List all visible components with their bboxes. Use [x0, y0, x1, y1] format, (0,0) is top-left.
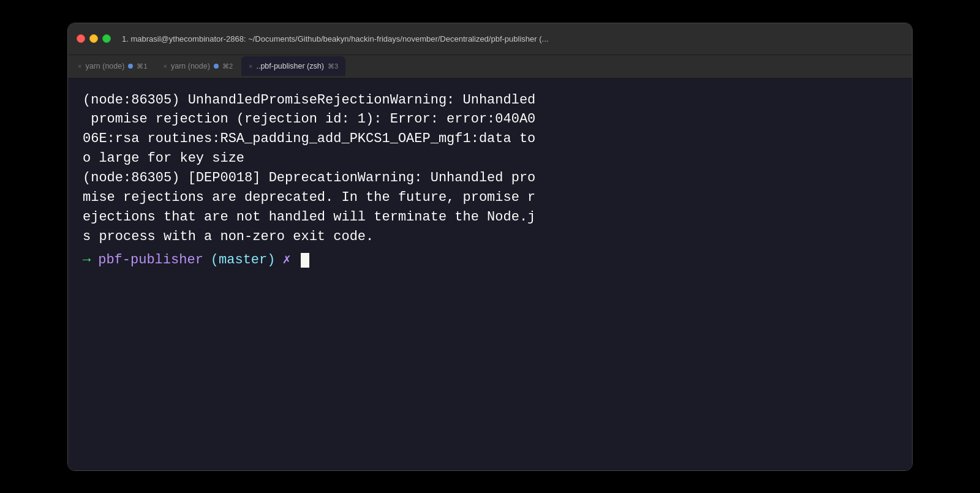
terminal-line-2: 06E:rsa routines:RSA_padding_add_PKCS1_O…	[83, 129, 897, 149]
tab-dot-1	[128, 64, 133, 69]
tab-bar: × yarn (node) ⌘1 × yarn (node) ⌘2 × ..pb…	[68, 55, 912, 78]
terminal-line-0: (node:86305) UnhandledPromiseRejectionWa…	[83, 91, 897, 110]
prompt-arrow: →	[83, 250, 91, 270]
terminal-window: 1. mabrasil@ythecombinator-2868: ~/Docum…	[67, 23, 913, 471]
tab-label-1: yarn (node)	[85, 62, 124, 70]
minimize-button[interactable]	[89, 34, 98, 43]
prompt-command: ✗	[282, 250, 290, 270]
terminal-cursor	[301, 253, 309, 268]
maximize-button[interactable]	[102, 34, 111, 43]
close-button[interactable]	[77, 34, 85, 43]
tab-label-3: ..pbf-publisher (zsh)	[256, 62, 323, 70]
terminal-line-6: ejections that are not handled will term…	[83, 208, 897, 227]
tab-label-2: yarn (node)	[171, 62, 210, 70]
tab-close-icon-2[interactable]: ×	[164, 62, 167, 70]
terminal-line-4: (node:86305) [DEP0018] DeprecationWarnin…	[83, 168, 897, 188]
window-title: 1. mabrasil@ythecombinator-2868: ~/Docum…	[122, 34, 903, 43]
tab-kbd-3: ⌘3	[328, 62, 338, 70]
prompt-line: → pbf-publisher (master) ✗	[83, 250, 897, 270]
title-bar: 1. mabrasil@ythecombinator-2868: ~/Docum…	[68, 23, 912, 55]
terminal-line-1: promise rejection (rejection id: 1): Err…	[83, 110, 897, 129]
tab-3[interactable]: × ..pbf-publisher (zsh) ⌘3	[241, 56, 345, 76]
prompt-branch: (master)	[211, 250, 276, 270]
tab-kbd-2: ⌘2	[222, 62, 233, 70]
tab-dot-2	[214, 64, 219, 69]
tab-1[interactable]: × yarn (node) ⌘1	[70, 56, 155, 76]
tab-2[interactable]: × yarn (node) ⌘2	[156, 56, 241, 76]
tab-close-icon-1[interactable]: ×	[78, 62, 81, 70]
tab-close-icon-3[interactable]: ×	[249, 62, 252, 70]
traffic-lights	[77, 34, 111, 43]
terminal-line-5: mise rejections are deprecated. In the f…	[83, 188, 897, 208]
terminal-line-3: o large for key size	[83, 149, 897, 168]
terminal-body[interactable]: (node:86305) UnhandledPromiseRejectionWa…	[68, 78, 912, 470]
prompt-directory: pbf-publisher	[98, 250, 203, 270]
terminal-line-7: s process with a non-zero exit code.	[83, 227, 897, 247]
tab-kbd-1: ⌘1	[137, 62, 147, 70]
